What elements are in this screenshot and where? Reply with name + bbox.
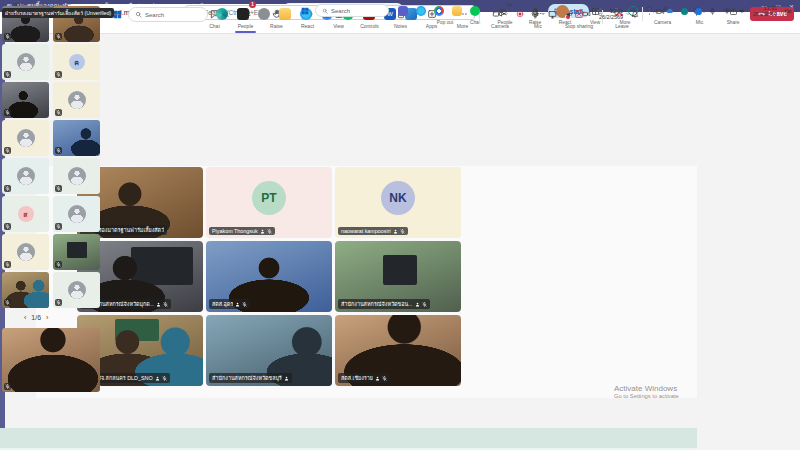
attendee-icon <box>155 376 160 381</box>
people-badge: 1 <box>249 1 256 8</box>
taskbar-search[interactable]: Search <box>315 4 389 17</box>
mic-off-icon <box>400 229 405 234</box>
monitor <box>383 255 417 285</box>
mic-off-icon <box>163 302 168 307</box>
chrome-icon[interactable] <box>434 6 444 16</box>
tray-mic-icon[interactable] <box>532 10 540 18</box>
attendee-icon <box>156 302 161 307</box>
mic-off-badge <box>55 299 62 306</box>
video-tile-2[interactable]: PT Piyakom Thongsuk <box>206 167 332 238</box>
video-tile-6[interactable]: สำนักงานสหกรณ์จังหวัดขอน... <box>335 241 461 312</box>
rail-prev-page[interactable]: ‹ <box>24 314 26 321</box>
rail-thumbnail[interactable] <box>53 272 100 308</box>
start-button[interactable] <box>300 6 310 16</box>
rail-thumbnail[interactable] <box>2 272 49 308</box>
line-app-icon[interactable] <box>470 6 480 16</box>
photos-app-icon[interactable] <box>216 8 228 20</box>
rail-thumbnail[interactable] <box>2 234 49 270</box>
rail-thumbnail[interactable] <box>2 44 49 80</box>
rail-thumbnail[interactable] <box>53 158 100 194</box>
video-tile-5[interactable]: สตส.อุดร <box>206 241 332 312</box>
search-icon <box>135 11 142 18</box>
rail-thumbnail[interactable]: ส <box>2 196 49 232</box>
tile-label: Piyakom Thongsuk <box>212 228 258 234</box>
rail-thumbnail[interactable] <box>2 82 49 118</box>
person-placeholder-icon <box>17 53 35 71</box>
taskbar-search[interactable]: Search <box>128 7 208 22</box>
edge-icon[interactable] <box>416 6 426 16</box>
mic-off-icon <box>242 302 247 307</box>
task-view-icon[interactable] <box>237 8 249 20</box>
person-placeholder-icon <box>17 167 35 185</box>
avatar-initials: ส <box>18 206 34 222</box>
tray-volume-icon[interactable] <box>565 10 574 19</box>
rail-thumbnail[interactable]: ค <box>53 44 100 80</box>
tray-app-dot-icon[interactable] <box>681 8 688 15</box>
avatar-initials: PT <box>252 181 286 215</box>
tray-caret-icon[interactable] <box>652 8 659 15</box>
self-video <box>2 328 100 392</box>
attendee-icon <box>415 302 420 307</box>
tray-caret-icon[interactable] <box>500 10 508 18</box>
person-placeholder-icon <box>68 167 86 185</box>
attendee-icon <box>375 376 380 381</box>
rail-thumbnail[interactable] <box>53 82 100 118</box>
rail-thumbnail[interactable] <box>53 120 100 156</box>
person-placeholder-icon <box>68 281 86 299</box>
tray-camera-icon[interactable] <box>784 8 792 15</box>
video-tile-3[interactable]: NK naowarat kampoosiri <box>335 167 461 238</box>
inner-clock[interactable]: 13:11 26/2/2569 <box>599 8 623 20</box>
rail-thumbnail[interactable] <box>2 158 49 194</box>
tray-display-icon[interactable] <box>548 10 557 19</box>
mic-off-badge <box>55 109 62 116</box>
tray-volume-icon[interactable] <box>738 7 746 15</box>
mic-off-badge <box>4 383 11 390</box>
mic-off-badge <box>55 147 62 154</box>
mic-off-badge <box>55 185 62 192</box>
onedrive-cloud-icon[interactable] <box>666 7 674 15</box>
mic-off-badge <box>4 147 11 154</box>
mic-off-badge <box>4 71 11 78</box>
rail-thumbnail[interactable] <box>2 120 49 156</box>
video-tile-9[interactable]: สตส.เชียงราย <box>335 315 461 386</box>
screen: ประชุมชี้แจงคณะทำงานตรวจสอบโรงงานหรือสถา… <box>0 0 800 450</box>
tile-label: สำนักงานสหกรณ์จังหวัดขอน... <box>341 300 413 308</box>
avatar-initials: ค <box>69 54 85 70</box>
tile-label: สตส.เชียงราย <box>341 374 373 382</box>
mic-off-badge <box>4 223 11 230</box>
rail-thumbnail[interactable] <box>53 196 100 232</box>
outer-clock[interactable]: 13:31 26/2/2569 <box>753 5 777 17</box>
taskbar-tooltip: ฝ่ายรับรองมาตรฐานฟาร์มเลี้ยงสัตว์ (Unver… <box>2 8 114 18</box>
mic-off-badge <box>55 33 62 40</box>
rail-next-page[interactable]: › <box>46 314 48 321</box>
person-placeholder-icon <box>17 243 35 261</box>
teams-taskbar-icon[interactable] <box>398 6 408 16</box>
file-explorer-icon[interactable] <box>279 8 291 20</box>
self-video-tile[interactable] <box>2 328 100 392</box>
attendee-icon <box>284 376 289 381</box>
tile-label: naowarat kampoosiri <box>341 228 391 234</box>
mic-off-badge <box>4 33 11 40</box>
tray-wifi-icon[interactable] <box>723 7 731 15</box>
tray-mic-icon[interactable] <box>709 8 716 15</box>
mic-off-badge <box>55 223 62 230</box>
tile-label: สตส.อุดร <box>212 300 233 308</box>
notification-bell-icon[interactable] <box>631 10 639 18</box>
rail-pagination: 1/6 <box>31 314 41 321</box>
browser-tab-strip: ⌄ dld - ค้นหาด้วย Google ✕ DGA workD Pla… <box>0 428 697 448</box>
tray-recording-icon[interactable] <box>516 10 524 18</box>
attendee-icon <box>260 229 265 234</box>
video-tile-8[interactable]: สำนักงานสหกรณ์จังหวัดชลบุรี <box>206 315 332 386</box>
activate-windows-watermark: Activate Windows Go to Settings to activ… <box>614 384 700 399</box>
attendee-icon <box>235 302 240 307</box>
tray-app-dot-icon[interactable] <box>695 8 702 15</box>
tray-camera-icon[interactable] <box>582 10 591 18</box>
person-placeholder-icon <box>17 129 35 147</box>
search-icon <box>322 8 328 14</box>
rail-thumbnail[interactable] <box>53 234 100 270</box>
mic-off-badge <box>4 185 11 192</box>
file-explorer-icon[interactable] <box>452 6 462 16</box>
avatar-initials: NK <box>381 181 415 215</box>
person-placeholder-icon <box>68 91 86 109</box>
settings-gear-icon[interactable] <box>258 8 270 20</box>
